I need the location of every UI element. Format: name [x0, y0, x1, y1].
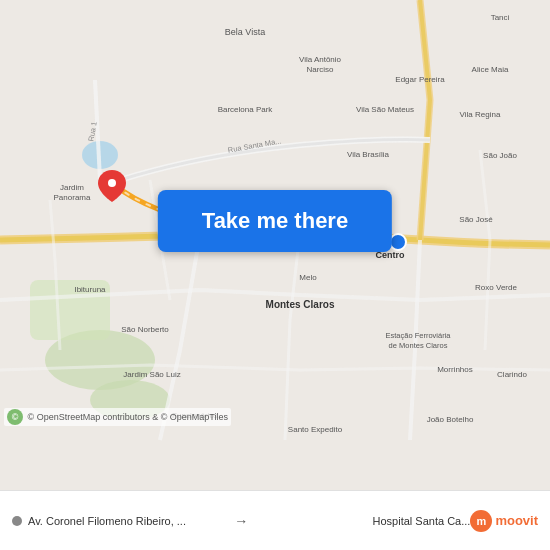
- svg-text:Vila Brasília: Vila Brasília: [347, 150, 390, 159]
- svg-text:Tanci: Tanci: [491, 13, 510, 22]
- svg-text:Ibituruna: Ibituruna: [74, 285, 106, 294]
- svg-text:Bela Vista: Bela Vista: [225, 27, 265, 37]
- svg-text:Edgar Pereira: Edgar Pereira: [395, 75, 445, 84]
- svg-text:Vila Regina: Vila Regina: [460, 110, 501, 119]
- svg-text:Panorama: Panorama: [54, 193, 91, 202]
- svg-text:Narciso: Narciso: [306, 65, 334, 74]
- map-attribution: © © OpenStreetMap contributors & © OpenM…: [4, 408, 231, 426]
- moovit-icon: m: [470, 510, 492, 532]
- svg-text:João Botelho: João Botelho: [427, 415, 474, 424]
- svg-text:Estação Ferroviária: Estação Ferroviária: [385, 331, 451, 340]
- svg-text:Centro: Centro: [376, 250, 406, 260]
- map-container: Bela Vista Tanci Alice Maia Vila Antônio…: [0, 0, 550, 490]
- svg-text:Jardim São Luiz: Jardim São Luiz: [123, 370, 180, 379]
- svg-text:Santo Expedito: Santo Expedito: [288, 425, 343, 434]
- svg-text:Clarindo: Clarindo: [497, 370, 527, 379]
- destination-text: Hospital Santa Ca...: [373, 515, 471, 527]
- svg-text:Melo: Melo: [299, 273, 317, 282]
- svg-text:São José: São José: [459, 215, 493, 224]
- moovit-text: moovit: [495, 513, 538, 528]
- svg-text:Roxo Verde: Roxo Verde: [475, 283, 517, 292]
- svg-text:São João: São João: [483, 151, 517, 160]
- svg-text:Alice Maia: Alice Maia: [472, 65, 509, 74]
- bottom-bar: Av. Coronel Filomeno Ribeiro, ... → Hosp…: [0, 490, 550, 550]
- svg-point-37: [108, 179, 116, 187]
- origin-text: Av. Coronel Filomeno Ribeiro, ...: [28, 515, 186, 527]
- svg-text:de Montes Claros: de Montes Claros: [389, 341, 448, 350]
- svg-text:Vila Antônio: Vila Antônio: [299, 55, 342, 64]
- take-me-there-button[interactable]: Take me there: [158, 190, 392, 252]
- svg-text:Jardim: Jardim: [60, 183, 84, 192]
- svg-text:São Norberto: São Norberto: [121, 325, 169, 334]
- arrow-section: →: [222, 513, 260, 529]
- direction-arrow: →: [230, 513, 252, 529]
- origin-section: Av. Coronel Filomeno Ribeiro, ...: [12, 515, 222, 527]
- osm-logo: ©: [7, 409, 23, 425]
- svg-text:Vila São Mateus: Vila São Mateus: [356, 105, 414, 114]
- svg-point-35: [390, 234, 406, 250]
- svg-text:Morrinhos: Morrinhos: [437, 365, 473, 374]
- origin-dot: [12, 516, 22, 526]
- moovit-logo: m moovit: [470, 510, 538, 532]
- attribution-text: © OpenStreetMap contributors & © OpenMap…: [28, 412, 229, 422]
- svg-text:Barcelona Park: Barcelona Park: [218, 105, 274, 114]
- destination-section: Hospital Santa Ca...: [260, 515, 470, 527]
- svg-text:Montes Claros: Montes Claros: [266, 299, 335, 310]
